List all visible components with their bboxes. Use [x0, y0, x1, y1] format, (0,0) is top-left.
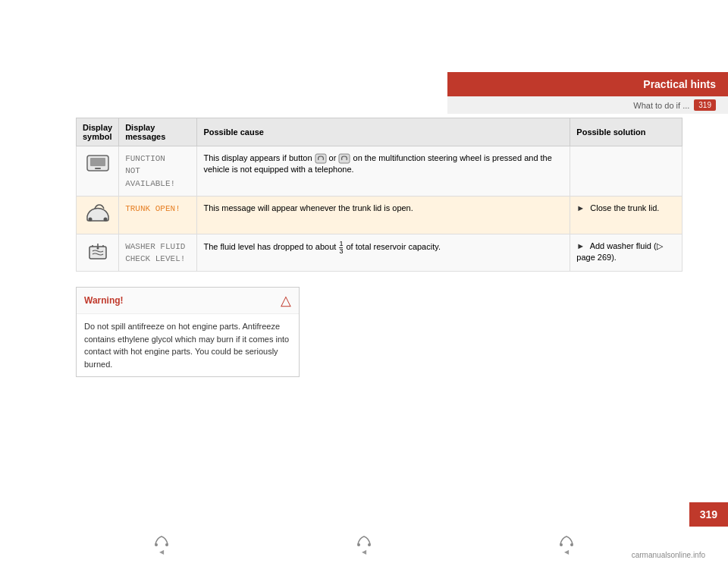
svg-rect-4	[339, 154, 350, 163]
svg-point-9	[155, 543, 158, 546]
message-text-phone: FUNCTIONNOT AVAILABLE!	[125, 154, 175, 188]
header-page-badge: 319	[694, 99, 716, 111]
svg-point-8	[96, 247, 99, 249]
svg-point-11	[357, 543, 360, 546]
nav-center-icon	[355, 532, 373, 547]
nav-icon-left: ◀	[152, 532, 171, 555]
cause-cell-washer: The fluid level has dropped to about 13 …	[197, 234, 570, 272]
svg-point-12	[368, 543, 371, 546]
svg-point-14	[570, 543, 573, 546]
svg-rect-1	[90, 158, 105, 166]
message-cell-washer: WASHER FLUIDCHECK LEVEL!	[119, 234, 197, 272]
symbol-cell-washer	[77, 234, 119, 272]
fraction-display: 13	[339, 241, 343, 255]
warning-title: Warning!	[84, 295, 124, 306]
nav-icon-center: ◀	[355, 532, 373, 555]
warning-body: Do not spill antifreeze on hot engine pa…	[77, 314, 299, 376]
message-cell-phone: FUNCTIONNOT AVAILABLE!	[119, 146, 197, 197]
col-display-symbol: Display symbol	[77, 118, 119, 146]
svg-point-10	[165, 543, 168, 546]
cause-cell-trunk: This message will appear whenever the tr…	[197, 197, 570, 234]
message-text-washer: WASHER FLUIDCHECK LEVEL!	[125, 242, 185, 263]
main-content: Display symbol Display messages Possible…	[76, 118, 682, 377]
practical-hints-bar: Practical hints	[447, 72, 728, 96]
nav-left-icon	[152, 532, 171, 547]
arrow-bullet-trunk: ►	[576, 203, 585, 212]
display-table: Display symbol Display messages Possible…	[76, 118, 682, 272]
message-text-trunk: TRUNK OPEN!	[125, 204, 180, 213]
nav-center-label: ◀	[362, 549, 366, 555]
svg-point-6	[103, 218, 107, 222]
col-possible-solution: Possible solution	[570, 118, 682, 146]
header-section: Practical hints What to do if ... 319	[447, 72, 728, 114]
page-number-badge: 319	[689, 502, 728, 527]
what-to-do-label: What to do if ...	[633, 101, 689, 110]
nav-right-icon	[557, 532, 576, 547]
warning-box: Warning! △ Do not spill antifreeze on ho…	[76, 287, 300, 377]
table-row: WASHER FLUIDCHECK LEVEL! The fluid level…	[77, 234, 682, 272]
solution-cell-phone	[570, 146, 682, 197]
nav-left-label: ◀	[159, 549, 164, 555]
nav-icon-right: ◀	[557, 532, 576, 555]
message-cell-trunk: TRUNK OPEN!	[119, 197, 197, 234]
phone-icon	[86, 153, 110, 174]
table-header-row: Display symbol Display messages Possible…	[77, 118, 682, 146]
button-icon-phone1	[315, 153, 327, 164]
svg-point-13	[560, 543, 563, 546]
trunk-icon	[84, 203, 111, 224]
solution-cell-washer: ► Add washer fluid (▷ page 269).	[570, 234, 682, 272]
col-display-messages: Display messages	[119, 118, 197, 146]
button-icon-phone2	[338, 153, 350, 164]
bottom-nav: ◀ ◀ ◀	[0, 532, 728, 555]
nav-right-label: ◀	[564, 549, 569, 555]
svg-rect-3	[315, 154, 326, 163]
solution-cell-trunk: ► Close the trunk lid.	[570, 197, 682, 234]
table-row: FUNCTIONNOT AVAILABLE! This display appe…	[77, 146, 682, 197]
warning-header: Warning! △	[77, 288, 299, 314]
carmanuals-logo: carmanualsonline.info	[632, 551, 705, 559]
arrow-bullet-washer: ►	[576, 241, 585, 250]
cause-cell-phone: This display appears if button or on the…	[197, 146, 570, 197]
col-possible-cause: Possible cause	[197, 118, 570, 146]
table-row: TRUNK OPEN! This message will appear whe…	[77, 197, 682, 234]
what-to-do-bar: What to do if ... 319	[447, 96, 728, 114]
practical-hints-label: Practical hints	[643, 78, 716, 90]
svg-rect-2	[95, 168, 101, 169]
symbol-cell-phone	[77, 146, 119, 197]
warning-triangle-icon: △	[281, 292, 291, 309]
symbol-cell-trunk	[77, 197, 119, 234]
svg-point-5	[88, 218, 92, 222]
washer-icon	[85, 241, 111, 262]
